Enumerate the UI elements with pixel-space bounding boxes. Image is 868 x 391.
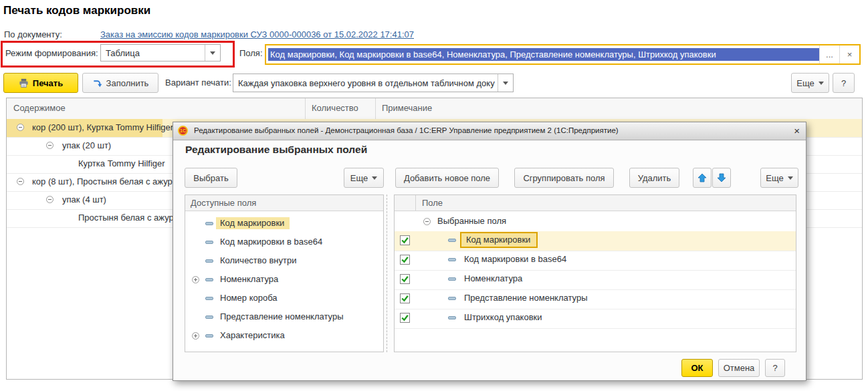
more-right-button[interactable]: Еще [760,168,798,188]
select-button[interactable]: Выбрать [185,168,237,188]
available-fields-header: Доступные поля [185,195,383,211]
cancel-button[interactable]: Отмена [718,359,760,377]
field-column-header: Поле [422,198,443,208]
collapse-icon[interactable] [423,218,431,225]
field-icon [205,334,213,338]
ellipsis-button[interactable]: ... [819,45,839,63]
list-item[interactable]: Характеристика [185,327,383,346]
group-row[interactable]: Выбранные поля [395,213,796,232]
print-variant-select[interactable]: Каждая упаковка верхнего уровня в отдель… [233,74,514,92]
list-item[interactable]: Номер короба [185,289,383,308]
column-divider [375,98,376,119]
column-header-contents: Содержимое [13,103,66,113]
expand-icon[interactable] [192,332,199,340]
fields-input[interactable]: Код маркировки, Код маркировки в base64,… [265,44,861,65]
format-mode-label: Режим формирования: [5,48,98,58]
move-up-button[interactable] [693,168,712,188]
dialog-window-title: Редактирование выбранных полей - Демонст… [194,126,619,134]
chevron-down-icon[interactable] [498,74,513,92]
checkbox-checked-icon[interactable] [400,293,410,303]
print-button[interactable]: Печать [3,73,78,93]
field-label: Номенклатура [464,273,522,283]
format-mode-value: Таблица [101,48,205,58]
group-fields-button[interactable]: Сгруппировать поля [514,168,614,188]
list-item[interactable]: Представление номенклатуры [185,308,383,327]
field-icon [205,259,213,263]
help-button[interactable]: ? [833,73,855,93]
close-icon[interactable]: × [794,125,800,136]
add-field-button[interactable]: Добавить новое поле [395,168,499,188]
arrow-up-icon [697,173,707,182]
more-left-label: Еще [350,173,368,183]
chevron-down-icon [372,176,377,180]
collapse-icon[interactable] [17,124,24,131]
field-icon [448,239,456,242]
selected-field-row[interactable]: Код маркировки в base64 [395,251,796,271]
field-icon [205,222,213,225]
column-header-note: Примечание [382,103,432,113]
list-item[interactable]: Количество внутри [185,252,383,271]
dialog-titlebar[interactable]: 1С Редактирование выбранных полей - Демо… [173,122,806,140]
field-icon [205,241,213,244]
selected-field-row[interactable]: Код маркировки [395,231,796,251]
collapse-icon[interactable] [46,142,53,149]
selected-fields-panel: Поле Выбранные поля Код маркировки Код м… [394,194,796,352]
row-text: кор (200 шт), Куртка Tommy Hilfiger [32,122,173,132]
selected-field-row[interactable]: Штрихкод упаковки [395,309,796,329]
checkbox-checked-icon[interactable] [400,274,410,284]
fill-button[interactable]: Заполнить [82,73,158,93]
selected-fields-header: Поле [395,195,796,211]
list-item[interactable]: Номенклатура [185,271,383,289]
row-text: упак (4 шт) [62,194,106,205]
selected-field-row[interactable]: Представление номенклатуры [395,289,796,309]
column-divider [305,98,306,119]
field-icon [205,297,213,300]
move-down-button[interactable] [712,168,731,188]
collapse-icon[interactable] [17,178,24,185]
delete-button[interactable]: Удалить [629,168,679,188]
edit-fields-dialog: 1С Редактирование выбранных полей - Демо… [173,122,806,381]
list-item[interactable]: Код маркировки в base64 [185,233,383,252]
group-label: Выбранные поля [437,216,506,226]
field-icon [448,258,456,261]
more-button[interactable]: Еще [791,73,829,93]
field-label: Штрихкод упаковки [464,312,542,322]
ok-button[interactable]: ОК [681,359,713,377]
collapse-icon[interactable] [46,196,53,203]
list-item[interactable]: Код маркировки [185,215,383,233]
checkbox-checked-icon[interactable] [400,255,410,265]
chevron-down-icon[interactable] [205,45,220,61]
more-left-button[interactable]: Еще [344,168,384,188]
checkbox-checked-icon[interactable] [400,235,410,245]
checkbox-checked-icon[interactable] [400,313,410,323]
column-header-quantity: Количество [312,103,358,113]
clear-field-icon[interactable]: × [839,45,859,63]
page-title: Печать кодов маркировки [3,4,150,17]
dialog-heading: Редактирование выбранных полей [185,144,367,156]
focused-field-cell: Код маркировки [460,232,538,248]
1c-logo-icon: 1С [178,126,188,136]
format-mode-select[interactable]: Таблица [100,44,221,61]
field-icon [448,316,456,319]
print-marking-codes-window: Печать кодов маркировки По документу: За… [0,0,868,391]
available-fields-header-label: Доступные поля [191,198,256,208]
list-item-label: Количество внутри [216,255,302,267]
fields-selected-text: Код маркировки, Код маркировки в base64,… [268,48,819,61]
row-text: кор (8 шт), Простыня белая с ажурн [32,176,177,186]
field-label: Представление номенклатуры [464,293,588,303]
field-icon [205,278,213,281]
list-item-label: Код маркировки [216,217,290,229]
expand-icon[interactable] [192,276,199,283]
fill-button-label: Заполнить [106,78,149,88]
dialog-help-button[interactable]: ? [765,359,785,377]
field-icon [448,277,456,281]
chevron-down-icon [819,82,824,85]
list-item-label: Характеристика [216,330,290,342]
panel-divider [387,194,387,352]
more-button-label: Еще [796,78,814,88]
list-item-label: Номер короба [216,292,283,304]
available-fields-panel: Доступные поля Код маркировки Код маркир… [185,194,384,352]
document-link[interactable]: Заказ на эмиссию кодов маркировки СУЗ 00… [100,29,414,39]
selected-field-row[interactable]: Номенклатура [395,270,796,290]
print-button-label: Печать [33,78,63,88]
